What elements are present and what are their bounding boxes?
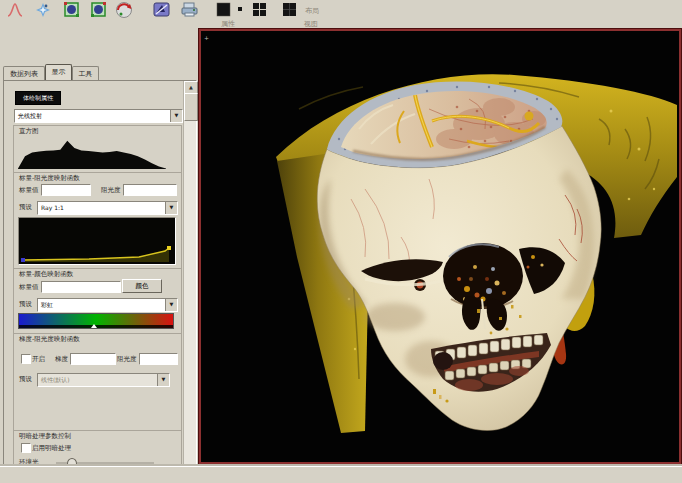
layout-group-label: 布局: [305, 6, 319, 16]
opacity-value-input[interactable]: [123, 184, 177, 196]
scalar-value-input[interactable]: [41, 184, 91, 196]
gradient-marker[interactable]: [91, 324, 97, 328]
viewport-corner-marker: +: [204, 34, 209, 41]
gradient-opacity-label: 阻光度: [117, 355, 137, 364]
ambient-slider[interactable]: [56, 462, 154, 465]
scroll-thumb[interactable]: [184, 93, 198, 121]
opacity-preset-label: 预设: [19, 203, 32, 212]
scalar-opacity-group: 标量-阻光度映射函数 标量值 阻光度 预设 Ray 1:1 ▼: [13, 172, 182, 269]
chevron-down-icon[interactable]: ▼: [170, 110, 182, 122]
gradient-opacity-group: 梯度-阻光度映射函数 开启 梯度 阻光度 预设 线性(默认) ▼: [13, 333, 182, 431]
render-method-combo[interactable]: 光线投射 ▼: [14, 109, 183, 123]
rotate-sphere-icon[interactable]: [115, 1, 133, 18]
clip-volume-icon[interactable]: [152, 1, 170, 18]
chevron-down-icon[interactable]: ▼: [165, 299, 177, 311]
gradient-enable-label: 开启: [32, 355, 45, 364]
gradient-preset-label: 预设: [19, 375, 32, 384]
histogram-chart: [18, 137, 166, 169]
gradient-enable-checkbox[interactable]: [21, 354, 31, 364]
scalar-color-group: 标量-颜色映射函数 标量值 颜色 预设 彩虹 ▼: [13, 268, 182, 334]
snowflake-icon[interactable]: [34, 1, 52, 18]
shading-enable-label: 启用明暗处理: [32, 444, 71, 453]
view-caption: 视图: [304, 19, 318, 29]
render-viewport[interactable]: +: [199, 29, 681, 464]
properties-caption: 属性: [221, 19, 235, 29]
gradient-opacity-title: 梯度-阻光度映射函数: [19, 335, 80, 344]
gradient-preset-combo[interactable]: 线性(默认) ▼: [37, 373, 170, 387]
shading-title: 明暗处理参数控制: [19, 432, 71, 441]
color-scalar-input[interactable]: [41, 281, 121, 293]
opacity-function-editor[interactable]: [18, 217, 176, 265]
opacity-label: 阻光度: [101, 186, 121, 195]
color-preset-label: 预设: [19, 300, 32, 309]
gradient-value-input[interactable]: [70, 353, 116, 365]
volume-box-2-icon[interactable]: [89, 1, 107, 18]
status-text: [0, 476, 4, 483]
layout-quad-icon[interactable]: [250, 1, 268, 18]
panel-scroll-area: 体绘制属性 光线投射 ▼ 直方图 标量-阻光度映射函数 标量值 阻光度 预设: [3, 80, 197, 483]
shading-enable-checkbox[interactable]: [21, 443, 31, 453]
export-icon[interactable]: [180, 1, 198, 18]
main-toolbar: 布局: [0, 0, 682, 19]
properties-panel: 数据列表 显示 工具 体绘制属性 光线投射 ▼ 直方图 标量-阻光度映射函数 标…: [2, 30, 197, 465]
scalar-opacity-title: 标量-阻光度映射函数: [19, 174, 80, 183]
color-scalar-label: 标量值: [19, 283, 39, 292]
opacity-preset-combo[interactable]: Ray 1:1 ▼: [37, 201, 178, 215]
color-preset-combo[interactable]: 彩虹 ▼: [37, 298, 178, 312]
layout-separator-dot: [236, 1, 244, 18]
gradient-label: 梯度: [55, 355, 68, 364]
volume-render-canvas: +: [201, 31, 679, 462]
color-gradient-bar[interactable]: [18, 313, 174, 329]
scalar-color-title: 标量-颜色映射函数: [19, 270, 73, 279]
layout-full-icon[interactable]: [280, 1, 298, 18]
chevron-down-icon[interactable]: ▼: [157, 374, 169, 386]
volume-box-icon[interactable]: [62, 1, 80, 18]
panel-scrollbar[interactable]: ▲ ▼: [183, 81, 196, 483]
gradient-opacity-input[interactable]: [139, 353, 178, 365]
transfer-curve-icon[interactable]: [6, 1, 24, 18]
scalar-label: 标量值: [19, 186, 39, 195]
histogram-group: 直方图: [13, 125, 182, 173]
volume-render-item[interactable]: 体绘制属性: [15, 91, 61, 105]
chevron-down-icon[interactable]: ▼: [165, 202, 177, 214]
histogram-title: 直方图: [19, 127, 39, 136]
layout-single-icon[interactable]: [214, 1, 232, 18]
status-bar: [0, 466, 682, 483]
color-button[interactable]: 颜色: [122, 279, 162, 293]
